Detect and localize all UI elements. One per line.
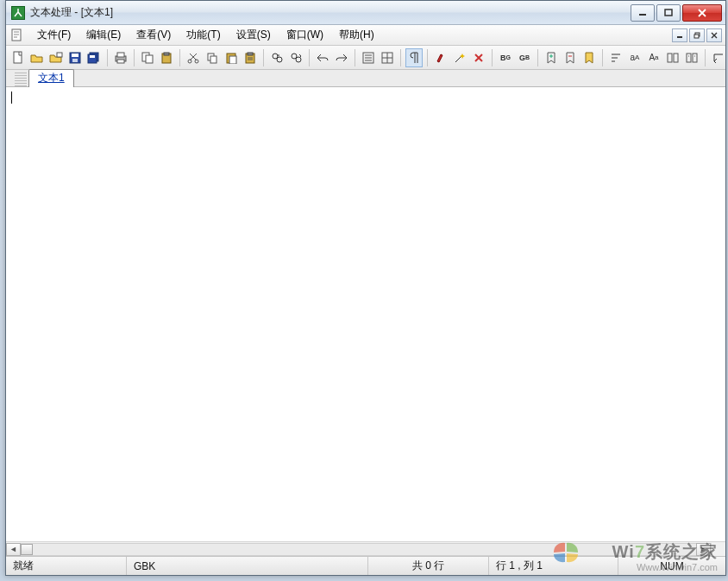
svg-rect-37 <box>687 54 691 62</box>
gbk-to-big5-icon[interactable]: GB <box>516 48 533 67</box>
show-paragraph-icon[interactable] <box>405 48 423 67</box>
svg-point-22 <box>195 60 198 63</box>
svg-rect-36 <box>674 54 678 62</box>
big5-to-gbk-icon[interactable]: BG <box>497 48 514 67</box>
menubar: 文件(F) 编辑(E) 查看(V) 功能(T) 设置(S) 窗口(W) 帮助(H… <box>6 25 725 46</box>
svg-rect-23 <box>208 54 214 60</box>
clipboard-copy-icon[interactable] <box>139 48 156 67</box>
watermark-logo-icon <box>550 540 581 565</box>
svg-rect-24 <box>210 56 217 63</box>
bookmark-icon[interactable] <box>581 48 598 67</box>
save-all-icon[interactable] <box>85 48 103 67</box>
bookmark-remove-icon[interactable] <box>562 48 579 67</box>
scroll-track[interactable] <box>21 543 696 556</box>
svg-rect-28 <box>248 53 253 55</box>
svg-rect-18 <box>146 55 153 63</box>
svg-rect-26 <box>229 56 236 64</box>
sort-icon[interactable] <box>607 48 624 67</box>
svg-rect-0 <box>639 14 646 16</box>
print-icon[interactable] <box>112 48 129 67</box>
toolbar-separator <box>134 49 135 66</box>
find-icon[interactable] <box>268 48 286 67</box>
paste-icon[interactable] <box>223 48 240 67</box>
toolbar-grip[interactable] <box>15 73 27 86</box>
scroll-corner <box>711 543 725 556</box>
svg-rect-10 <box>72 59 78 62</box>
svg-rect-27 <box>246 54 254 63</box>
toolbar-separator <box>309 49 310 66</box>
list-view-icon[interactable] <box>360 48 377 67</box>
svg-rect-38 <box>693 54 697 62</box>
close-button[interactable] <box>682 4 722 22</box>
save-icon[interactable] <box>66 48 84 67</box>
case-toggle-icon[interactable]: aA <box>626 48 643 67</box>
svg-rect-34 <box>382 53 392 63</box>
grid-view-icon[interactable] <box>379 48 396 67</box>
case-upper-icon[interactable]: Aa <box>645 48 662 67</box>
maximize-button[interactable] <box>656 4 681 22</box>
menu-edit[interactable]: 编辑(E) <box>79 25 128 45</box>
new-file-icon[interactable] <box>9 48 27 67</box>
open-recent-icon[interactable] <box>47 48 65 67</box>
scroll-left-button[interactable]: ◄ <box>6 543 21 556</box>
scroll-right-button[interactable]: ► <box>696 543 711 556</box>
wrap-left-icon[interactable] <box>710 48 725 67</box>
text-caret <box>11 92 12 104</box>
scroll-thumb[interactable] <box>21 544 33 555</box>
menu-function[interactable]: 功能(T) <box>179 25 227 45</box>
toolbar-separator <box>705 49 706 66</box>
columns-a-icon[interactable] <box>664 48 681 67</box>
svg-rect-13 <box>90 55 95 58</box>
menu-view[interactable]: 查看(V) <box>129 25 178 45</box>
menu-file[interactable]: 文件(F) <box>30 25 78 45</box>
svg-rect-20 <box>164 53 169 55</box>
toolbar-separator <box>263 49 264 66</box>
toolbar-separator <box>400 49 401 66</box>
window-controls <box>631 4 722 22</box>
svg-rect-33 <box>363 53 373 63</box>
mdi-restore-button[interactable] <box>689 28 705 42</box>
svg-point-30 <box>277 57 282 62</box>
text-editor[interactable] <box>6 87 725 541</box>
cut-icon[interactable] <box>185 48 202 67</box>
wand-icon[interactable] <box>451 48 468 67</box>
menu-help[interactable]: 帮助(H) <box>332 25 381 45</box>
copy-icon[interactable] <box>204 48 221 67</box>
mdi-minimize-button[interactable] <box>672 28 687 42</box>
redo-icon[interactable] <box>333 48 350 67</box>
svg-rect-7 <box>57 53 62 57</box>
open-file-icon[interactable] <box>28 48 46 67</box>
svg-rect-12 <box>88 54 97 63</box>
svg-rect-25 <box>227 54 235 63</box>
app-icon <box>11 6 25 20</box>
toolbar-separator <box>492 49 493 66</box>
clipboard-paste-icon[interactable] <box>158 48 175 67</box>
find-next-icon[interactable] <box>287 48 304 67</box>
columns-b-icon[interactable] <box>683 48 700 67</box>
undo-icon[interactable] <box>314 48 331 67</box>
svg-rect-2 <box>12 29 21 41</box>
minimize-button[interactable] <box>631 4 655 22</box>
svg-rect-3 <box>677 36 682 38</box>
svg-rect-17 <box>142 53 149 61</box>
paste-special-icon[interactable] <box>242 48 259 67</box>
toolbar-separator <box>179 49 180 66</box>
svg-rect-1 <box>665 9 672 16</box>
svg-point-32 <box>296 57 301 62</box>
svg-point-21 <box>188 60 191 63</box>
horizontal-scrollbar: ◄ ► <box>6 541 725 556</box>
menu-window[interactable]: 窗口(W) <box>279 25 330 45</box>
clear-icon[interactable] <box>470 48 487 67</box>
status-encoding: GBK <box>127 557 368 575</box>
mdi-controls <box>672 28 722 42</box>
mdi-close-button[interactable] <box>706 28 722 42</box>
status-numlock: NUM <box>618 557 725 575</box>
svg-rect-6 <box>14 52 22 63</box>
menu-settings[interactable]: 设置(S) <box>229 25 278 45</box>
toolbar-separator <box>107 49 108 66</box>
document-tab[interactable]: 文本1 <box>28 69 74 87</box>
bookmark-add-icon[interactable] <box>543 48 560 67</box>
svg-rect-8 <box>70 53 80 63</box>
window-title: 文本处理 - [文本1] <box>30 5 625 20</box>
brush-icon[interactable] <box>432 48 449 67</box>
